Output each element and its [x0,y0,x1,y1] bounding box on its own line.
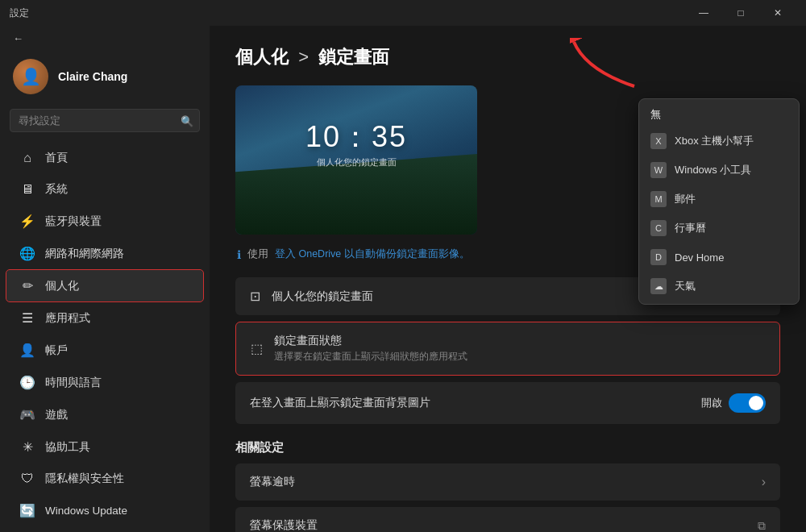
onedrive-link[interactable]: 登入 OneDrive 以自動備份鎖定畫面影像。 [275,247,470,261]
dropdown-item-label: Windows 小工具 [675,163,751,177]
titlebar-controls: — □ ✕ [685,0,796,26]
system-icon: 🖥 [19,182,35,197]
screen-timeout-arrow: › [762,475,766,489]
sidebar-item-label-home: 首頁 [45,151,68,165]
search-box: 🔍 [10,109,200,132]
search-icon: 🔍 [181,114,193,127]
toggle-label: 開啟 [701,396,722,410]
dropdown-items: X Xbox 主機小幫手 W Windows 小工具 M 郵件 C 行事曆 D … [639,127,799,301]
dropdown-item[interactable]: ☁ 天氣 [639,272,799,301]
screensaver-external-icon: ⧉ [758,519,766,533]
lockscreen-status-icon: ⬚ [251,341,263,356]
sidebar-item-system[interactable]: 🖥 系統 [6,174,203,205]
screensaver-row[interactable]: 螢幕保護裝置 ⧉ [235,507,780,532]
dropdown-item-label: Xbox 主機小幫手 [675,134,754,148]
sidebar-item-apps[interactable]: ☰ 應用程式 [6,302,203,334]
dropdown-item[interactable]: C 行事曆 [639,214,799,243]
sidebar-item-time[interactable]: 🕒 時間與語言 [6,367,203,398]
maximize-button[interactable]: □ [722,0,759,26]
dropdown-item[interactable]: D Dev Home [639,243,799,272]
sidebar-item-accessibility[interactable]: ✳ 協助工具 [6,431,203,463]
screensaver-label: 螢幕保護裝置 [250,518,318,532]
sidebar-item-gaming[interactable]: 🎮 遊戲 [6,399,203,430]
sidebar-item-label-windows_update: Windows Update [45,505,127,517]
sidebar-item-home[interactable]: ⌂ 首頁 [6,143,203,173]
sidebar-item-label-accounts: 帳戶 [45,343,68,358]
minimize-button[interactable]: — [685,0,722,26]
dropdown-item-label: Dev Home [675,251,724,264]
titlebar-title: 設定 [10,6,685,20]
user-section[interactable]: 👤 Claire Chang [0,51,210,106]
personalize-icon: ⊡ [250,289,260,304]
sidebar-item-network[interactable]: 🌐 網路和網際網路 [6,238,203,269]
sidebar-item-privacy[interactable]: 🛡 隱私權與安全性 [6,463,203,494]
sidebar-item-label-network: 網路和網際網路 [45,247,124,261]
home-icon: ⌂ [19,151,35,165]
lockscreen-status-row[interactable]: ⬚ 鎖定畫面狀態 選擇要在鎖定畫面上顯示詳細狀態的應用程式 [235,322,780,376]
lockscreen-status-title: 鎖定畫面狀態 [274,334,765,348]
dropdown-item-icon: W [650,162,667,178]
lockscreen-status-subtitle: 選擇要在鎖定畫面上顯示詳細狀態的應用程式 [274,350,765,364]
sidebar-item-label-accessibility: 協助工具 [45,440,90,455]
sidebar-item-label-time: 時間與語言 [45,376,102,390]
time-icon: 🕒 [19,375,35,390]
user-name: Claire Chang [58,70,127,83]
toggle-container: 開啟 [701,393,766,413]
arrow-annotation [570,38,642,90]
sidebar-item-bluetooth[interactable]: ⚡ 藍牙與裝置 [6,206,203,237]
onedrive-text: 使用 [247,247,268,261]
titlebar: 設定 — □ ✕ [0,0,806,26]
dropdown-header: 無 [639,102,799,127]
sidebar-item-label-apps: 應用程式 [45,311,90,326]
search-input[interactable] [10,109,200,132]
breadcrumb-part2: 鎖定畫面 [318,47,389,67]
dropdown-popup: 無 X Xbox 主機小幫手 W Windows 小工具 M 郵件 C 行事曆 … [638,98,800,305]
sidebar-item-windows_update[interactable]: 🔄 Windows Update [6,495,203,526]
close-button[interactable]: ✕ [759,0,796,26]
page-header: 個人化 > 鎖定畫面 [235,45,780,69]
lockscreen-date: 個人化您的鎖定畫面 [317,156,397,168]
dropdown-item[interactable]: W Windows 小工具 [639,156,799,185]
bluetooth-icon: ⚡ [19,214,35,229]
dropdown-item-icon: ☁ [650,278,667,294]
nav-list: ⌂ 首頁 🖥 系統 ⚡ 藍牙與裝置 🌐 網路和網際網路 ✏ 個人化 ☰ 應用程式… [0,142,210,532]
windows_update-icon: 🔄 [19,503,35,518]
gaming-icon: 🎮 [19,407,35,422]
network-icon: 🌐 [19,246,35,261]
sidebar-item-label-gaming: 遊戲 [45,408,68,422]
show-on-signin-row: 在登入畫面上顯示鎖定畫面背景圖片 開啟 [235,382,780,424]
accounts-icon: 👤 [19,343,35,358]
dropdown-item[interactable]: X Xbox 主機小幫手 [639,127,799,156]
dropdown-item-icon: C [650,220,667,236]
sidebar: ← 👤 Claire Chang 🔍 ⌂ 首頁 🖥 系統 ⚡ 藍牙與裝置 🌐 網… [0,26,210,532]
sidebar-item-accounts[interactable]: 👤 帳戶 [6,335,203,366]
toggle-switch[interactable] [729,393,766,413]
privacy-icon: 🛡 [19,472,35,486]
show-on-signin-label: 在登入畫面上顯示鎖定畫面背景圖片 [250,396,430,410]
main-content: 個人化 > 鎖定畫面 10：35 個人化您的鎖定畫面 ℹ 使用 登入 OneDr… [210,26,806,532]
dropdown-item-icon: D [650,249,667,265]
sidebar-item-label-personalization: 個人化 [45,279,79,293]
screen-timeout-row[interactable]: 螢幕逾時 › [235,463,780,501]
personalization-icon: ✏ [19,278,35,293]
lockscreen-time: 10：35 [305,118,407,157]
breadcrumb-part1: 個人化 [235,47,289,67]
accessibility-icon: ✳ [19,439,35,455]
avatar: 👤 [13,59,48,94]
back-button[interactable]: ← [0,26,210,51]
info-icon: ℹ [237,248,241,261]
dropdown-item-label: 天氣 [675,279,696,293]
lockscreen-status-text: 鎖定畫面狀態 選擇要在鎖定畫面上顯示詳細狀態的應用程式 [274,334,765,364]
dropdown-item-icon: M [650,191,667,207]
dropdown-item-icon: X [650,133,667,149]
avatar-image: 👤 [13,59,48,94]
dropdown-item-label: 郵件 [675,192,696,206]
dropdown-item[interactable]: M 郵件 [639,185,799,214]
breadcrumb-separator: > [298,47,314,67]
app-container: ← 👤 Claire Chang 🔍 ⌂ 首頁 🖥 系統 ⚡ 藍牙與裝置 🌐 網… [0,26,806,532]
dropdown-item-label: 行事曆 [675,221,706,235]
sidebar-item-label-privacy: 隱私權與安全性 [45,472,124,486]
lockscreen-preview: 10：35 個人化您的鎖定畫面 [235,85,477,235]
sidebar-item-personalization[interactable]: ✏ 個人化 [6,270,203,301]
related-settings-header: 相關設定 [235,440,780,455]
